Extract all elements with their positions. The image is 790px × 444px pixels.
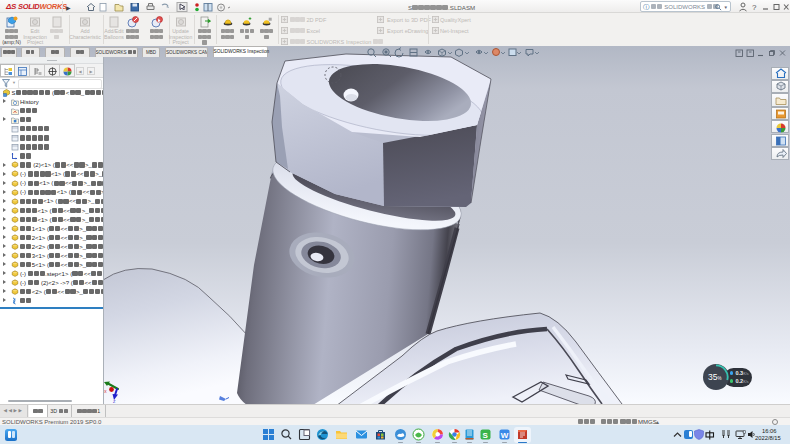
svg-text:X: X — [104, 389, 107, 394]
svg-text:?: ? — [752, 3, 757, 12]
svg-text:W: W — [500, 431, 508, 440]
svg-text:S: S — [482, 431, 488, 440]
